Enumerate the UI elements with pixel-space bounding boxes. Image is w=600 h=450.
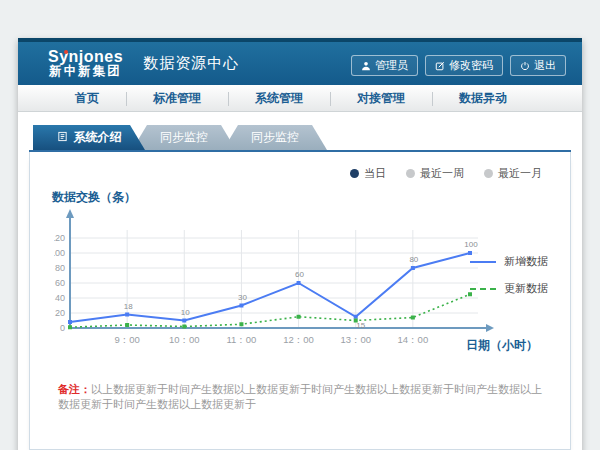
solid-line-icon <box>470 261 496 263</box>
nav-item-system-mgmt[interactable]: 系统管理 <box>228 90 330 107</box>
logout-button[interactable]: 退出 <box>510 55 566 76</box>
logout-label: 退出 <box>534 58 556 73</box>
content-area: 系统介绍 同步监控 同步监控 当日 最近一周 <box>18 112 582 450</box>
logo-accent-dot <box>64 50 68 54</box>
tab-sync-monitor-2[interactable]: 同步监控 <box>223 125 327 150</box>
radio-last-month-dot[interactable] <box>484 169 493 178</box>
svg-text:13：00: 13：00 <box>340 334 371 345</box>
radio-last-week-label: 最近一周 <box>420 166 464 181</box>
svg-text:100: 100 <box>54 248 65 258</box>
time-range-selector: 当日 最近一周 最近一月 <box>30 152 570 181</box>
svg-text:10: 10 <box>181 308 190 317</box>
header-actions: 管理员 修改密码 退出 <box>351 55 566 76</box>
nav-item-standard-mgmt[interactable]: 标准管理 <box>126 90 228 107</box>
svg-text:30: 30 <box>238 293 247 302</box>
tab-bar: 系统介绍 同步监控 同步监控 <box>29 125 571 152</box>
svg-text:14：00: 14：00 <box>398 334 429 345</box>
top-header: Synjones 新中新集团 数据资源中心 管理员 修改密码 退出 <box>18 38 582 85</box>
tab-system-intro-label: 系统介绍 <box>74 129 122 146</box>
y-axis-title: 数据交换（条） <box>52 189 570 206</box>
radio-last-month-label: 最近一月 <box>498 166 542 181</box>
company-logo: Synjones 新中新集团 <box>48 49 123 79</box>
svg-text:40: 40 <box>55 293 65 303</box>
logo-text-cn: 新中新集团 <box>48 65 123 78</box>
svg-text:11：00: 11：00 <box>226 334 256 345</box>
radio-last-month[interactable]: 最近一月 <box>484 166 542 181</box>
radio-last-week[interactable]: 最近一周 <box>406 166 464 181</box>
document-icon <box>57 131 68 145</box>
svg-text:9：00: 9：00 <box>114 334 139 345</box>
nav-item-home[interactable]: 首页 <box>48 90 126 107</box>
chart-container: 0204060801001209：0010：0011：0012：0013：001… <box>30 208 570 360</box>
admin-user-label: 管理员 <box>375 58 408 73</box>
logo-text-en: Synjones <box>48 49 123 66</box>
svg-text:10：00: 10：00 <box>169 334 200 345</box>
svg-text:100: 100 <box>464 240 478 249</box>
svg-text:18: 18 <box>124 302 133 311</box>
svg-text:80: 80 <box>55 263 65 273</box>
radio-last-week-dot[interactable] <box>406 169 415 178</box>
radio-today-label: 当日 <box>364 166 386 181</box>
change-password-button[interactable]: 修改密码 <box>425 55 503 76</box>
legend-updated-data[interactable]: 更新数据 <box>470 281 548 296</box>
nav-item-data-change[interactable]: 数据异动 <box>432 90 534 107</box>
nav-item-interface-mgmt[interactable]: 对接管理 <box>330 90 432 107</box>
chart-legend: 新增数据 更新数据 <box>470 254 548 296</box>
legend-updated-data-label: 更新数据 <box>504 281 548 296</box>
admin-user-button[interactable]: 管理员 <box>351 55 418 76</box>
main-nav: 首页 标准管理 系统管理 对接管理 数据异动 <box>18 85 582 112</box>
svg-text:60: 60 <box>55 278 65 288</box>
svg-text:60: 60 <box>295 270 304 279</box>
footnote-label: 备注： <box>58 383 91 395</box>
radio-today[interactable]: 当日 <box>350 166 386 181</box>
footnote-text: 以上数据更新于时间产生数据以上数据更新于时间产生数据以上数据更新于时间产生数据以… <box>58 383 542 410</box>
user-icon <box>361 61 371 71</box>
tab-system-intro[interactable]: 系统介绍 <box>33 125 145 150</box>
footnote: 备注：以上数据更新于时间产生数据以上数据更新于时间产生数据以上数据更新于时间产生… <box>58 382 542 413</box>
x-axis-title: 日期（小时） <box>466 337 538 354</box>
tab-sync-monitor-1[interactable]: 同步监控 <box>132 125 236 150</box>
tab-sync-monitor-2-label: 同步监控 <box>251 129 299 146</box>
svg-text:12：00: 12：00 <box>283 334 314 345</box>
svg-text:80: 80 <box>409 255 418 264</box>
power-icon <box>520 61 530 71</box>
app-window: Synjones 新中新集团 数据资源中心 管理员 修改密码 退出 <box>18 38 582 450</box>
edit-icon <box>435 61 445 71</box>
svg-text:120: 120 <box>54 233 65 243</box>
radio-today-dot[interactable] <box>350 169 359 178</box>
legend-new-data-label: 新增数据 <box>504 254 548 269</box>
legend-new-data[interactable]: 新增数据 <box>470 254 548 269</box>
svg-text:20: 20 <box>55 308 65 318</box>
dashed-line-icon <box>470 288 496 290</box>
page-title: 数据资源中心 <box>143 54 239 73</box>
tab-sync-monitor-1-label: 同步监控 <box>160 129 208 146</box>
svg-text:0: 0 <box>60 323 65 333</box>
change-password-label: 修改密码 <box>449 58 493 73</box>
chart-panel: 当日 最近一周 最近一月 数据交换（条） 0204060801001209：00… <box>29 152 571 450</box>
